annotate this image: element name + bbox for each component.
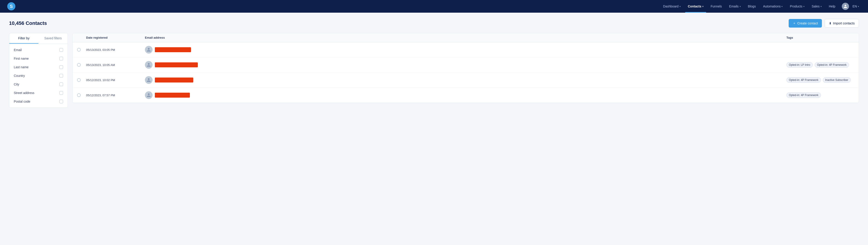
email-redacted	[155, 47, 191, 52]
tag: Inactive Subscriber	[823, 77, 851, 83]
col-tags: Tags	[786, 36, 854, 39]
table-row[interactable]: 05/12/2023, 07:57 PM Opted-in: 4P Framew…	[72, 88, 859, 103]
tag: Opted-in: LP Intro	[786, 62, 813, 68]
avatar	[145, 46, 153, 54]
language-selector[interactable]: EN ▾	[851, 3, 861, 9]
chevron-down-icon: ▾	[680, 5, 681, 8]
nav-item-dashboard[interactable]: Dashboard ▾	[660, 3, 683, 9]
avatar	[145, 76, 153, 84]
header-actions: ＋ Create contact ⬇ Import contacts	[789, 19, 859, 28]
row-select-radio[interactable]	[77, 93, 81, 97]
tags-cell: Opted-in: 4P Framework	[786, 92, 854, 98]
row-select-radio[interactable]	[77, 48, 81, 52]
row-select-radio[interactable]	[77, 63, 81, 67]
nav-item-funnels[interactable]: Funnels	[708, 3, 725, 9]
filter-checkbox-country[interactable]	[59, 74, 63, 78]
filter-checkbox-email[interactable]	[59, 48, 63, 52]
date-cell: 05/12/2023, 07:57 PM	[86, 94, 145, 97]
filter-item-country[interactable]: Country	[9, 71, 68, 80]
table-row[interactable]: 05/13/2023, 03:05 PM	[72, 42, 859, 57]
sidebar-tabs: Filter by Saved filters	[9, 33, 68, 44]
avatar	[145, 61, 153, 69]
tags-cell: Opted-in: 4P Framework Inactive Subscrib…	[786, 77, 854, 83]
email-redacted	[155, 62, 198, 67]
chevron-down-icon: ▾	[702, 5, 704, 8]
page-title: 10,456 Contacts	[9, 20, 47, 26]
nav-item-products[interactable]: Products ▾	[787, 3, 807, 9]
main-content: 10,456 Contacts ＋ Create contact ⬇ Impor…	[0, 13, 868, 114]
table-row[interactable]: 05/12/2023, 10:02 PM Opted-in: 4P Framew…	[72, 72, 859, 88]
email-cell	[145, 61, 786, 69]
tag: Opted-in: 4P Framework	[815, 62, 849, 68]
nav-item-blogs[interactable]: Blogs	[745, 3, 758, 9]
contacts-table: Date registered Email address Tags 05/13…	[72, 33, 859, 103]
filter-checkbox-first-name[interactable]	[59, 57, 63, 60]
col-email-address: Email address	[145, 36, 786, 39]
import-contacts-button[interactable]: ⬇ Import contacts	[825, 19, 859, 28]
logo[interactable]: S	[7, 2, 16, 10]
filter-sidebar: Filter by Saved filters Email First name…	[9, 33, 68, 108]
filter-checkbox-street-address[interactable]	[59, 91, 63, 95]
filter-item-postal-code[interactable]: Postal code	[9, 97, 68, 106]
email-cell	[145, 76, 786, 84]
filter-item-city[interactable]: City	[9, 80, 68, 89]
chevron-down-icon: ▾	[820, 5, 822, 8]
filter-item-last-name[interactable]: Last name	[9, 63, 68, 71]
filter-checkbox-postal-code[interactable]	[59, 100, 63, 103]
nav-item-contacts[interactable]: Contacts ▾	[685, 3, 706, 9]
nav-item-emails[interactable]: Emails ▾	[726, 3, 743, 9]
email-cell	[145, 91, 786, 99]
date-cell: 05/13/2023, 03:05 PM	[86, 48, 145, 52]
import-icon: ⬇	[829, 22, 832, 25]
email-redacted	[155, 78, 193, 83]
table-row[interactable]: 05/13/2023, 10:05 AM Opted-in: LP Intro …	[72, 57, 859, 72]
filter-checkbox-last-name[interactable]	[59, 65, 63, 69]
navbar: S Dashboard ▾ Contacts ▾ Funnels Emails …	[0, 0, 868, 13]
chevron-down-icon: ▾	[858, 5, 859, 8]
filter-item-first-name[interactable]: First name	[9, 54, 68, 63]
tag: Opted-in: 4P Framework	[786, 77, 821, 83]
filter-item-email[interactable]: Email	[9, 45, 68, 54]
page-header: 10,456 Contacts ＋ Create contact ⬇ Impor…	[9, 19, 859, 28]
nav-item-automations[interactable]: Automations ▾	[761, 3, 785, 9]
row-select-radio[interactable]	[77, 78, 81, 82]
date-cell: 05/13/2023, 10:05 AM	[86, 63, 145, 67]
filter-checkbox-city[interactable]	[59, 83, 63, 86]
avatar[interactable]	[842, 3, 849, 10]
tab-filter-by[interactable]: Filter by	[9, 33, 38, 43]
chevron-down-icon: ▾	[781, 5, 782, 8]
email-redacted	[155, 93, 190, 98]
create-contact-button[interactable]: ＋ Create contact	[789, 19, 822, 28]
table-header: Date registered Email address Tags	[72, 33, 859, 42]
chevron-down-icon: ▾	[740, 5, 741, 8]
content-layout: Filter by Saved filters Email First name…	[9, 33, 859, 108]
nav-item-sales[interactable]: Sales ▾	[809, 3, 825, 9]
tab-saved-filters[interactable]: Saved filters	[38, 33, 68, 43]
chevron-down-icon: ▾	[803, 5, 804, 8]
tags-cell: Opted-in: LP Intro Opted-in: 4P Framewor…	[786, 62, 854, 68]
email-cell	[145, 46, 786, 54]
plus-icon: ＋	[793, 21, 796, 25]
col-date-registered: Date registered	[86, 36, 145, 39]
tag: Opted-in: 4P Framework	[786, 92, 821, 98]
filter-item-street-address[interactable]: Street address	[9, 89, 68, 97]
nav-item-help[interactable]: Help	[826, 3, 838, 9]
filter-list: Email First name Last name Country City	[9, 44, 68, 108]
avatar	[145, 91, 153, 99]
date-cell: 05/12/2023, 10:02 PM	[86, 79, 145, 82]
